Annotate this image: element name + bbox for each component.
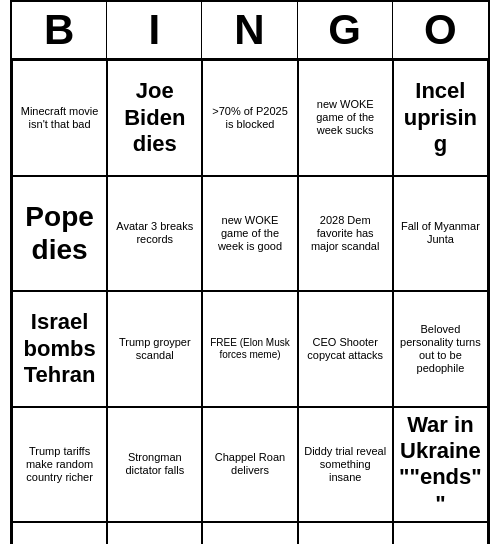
bingo-cell-3[interactable]: new WOKE game of the week sucks	[298, 60, 393, 176]
header-g: G	[298, 2, 393, 58]
bingo-cell-12[interactable]: FREE (Elon Musk forces meme)	[202, 291, 297, 407]
bingo-cell-18[interactable]: Diddy trial reveal something insane	[298, 407, 393, 523]
bingo-cell-10[interactable]: Israel bombs Tehran	[12, 291, 107, 407]
bingo-cell-17[interactable]: Chappel Roan delivers	[202, 407, 297, 523]
bingo-cell-0[interactable]: Minecraft movie isn't that bad	[12, 60, 107, 176]
bingo-grid: Minecraft movie isn't that badJoe Biden …	[12, 60, 488, 544]
bingo-cell-9[interactable]: Fall of Myanmar Junta	[393, 176, 488, 292]
header-b: B	[12, 2, 107, 58]
bingo-cell-13[interactable]: CEO Shooter copycat attacks	[298, 291, 393, 407]
bingo-cell-6[interactable]: Avatar 3 breaks records	[107, 176, 202, 292]
bingo-cell-2[interactable]: >70% of P2025 is blocked	[202, 60, 297, 176]
bingo-card: B I N G O Minecraft movie isn't that bad…	[10, 0, 490, 544]
header-o: O	[393, 2, 488, 58]
bingo-cell-20[interactable]: USSR 2.0	[12, 522, 107, 544]
bingo-cell-5[interactable]: Pope dies	[12, 176, 107, 292]
bingo-cell-8[interactable]: 2028 Dem favorite has major scandal	[298, 176, 393, 292]
bingo-cell-16[interactable]: Strongman dictator falls	[107, 407, 202, 523]
bingo-cell-23[interactable]: American boots on the ground of Yemen	[298, 522, 393, 544]
bingo-cell-22[interactable]: Superman is mid	[202, 522, 297, 544]
bingo-cell-24[interactable]: Musk-Trump split	[393, 522, 488, 544]
bingo-cell-11[interactable]: Trump groyper scandal	[107, 291, 202, 407]
bingo-cell-15[interactable]: Trump tariffs make random country richer	[12, 407, 107, 523]
bingo-cell-21[interactable]: Nazi figure rehabilitated in X	[107, 522, 202, 544]
bingo-cell-14[interactable]: Beloved personality turns out to be pedo…	[393, 291, 488, 407]
header-i: I	[107, 2, 202, 58]
header-n: N	[202, 2, 297, 58]
bingo-cell-4[interactable]: Incel uprising	[393, 60, 488, 176]
bingo-cell-19[interactable]: War in Ukraine ""ends""	[393, 407, 488, 523]
bingo-cell-1[interactable]: Joe Biden dies	[107, 60, 202, 176]
bingo-cell-7[interactable]: new WOKE game of the week is good	[202, 176, 297, 292]
bingo-header: B I N G O	[12, 2, 488, 60]
